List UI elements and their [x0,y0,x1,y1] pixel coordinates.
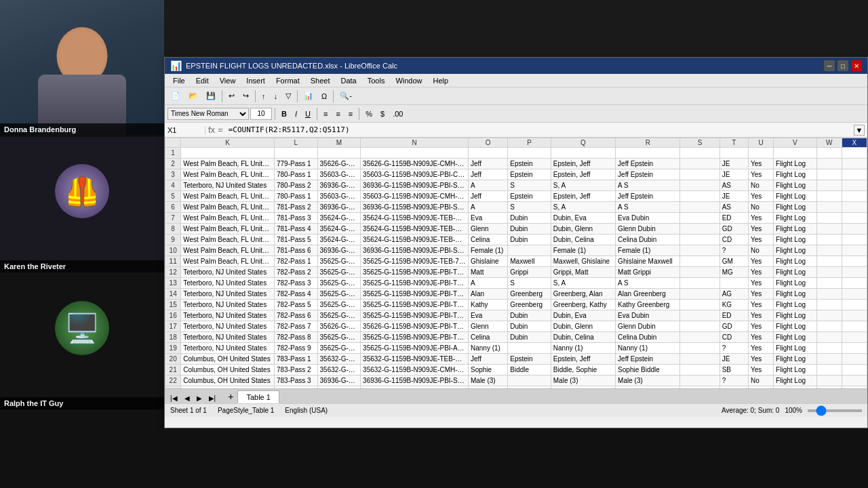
page-style: PageStyle_Table 1 [218,407,274,414]
menu-tools[interactable]: Tools [362,75,391,86]
chart-btn[interactable]: 📊 [300,89,317,103]
table-row: 15 Teterboro, NJ United States 782-Pass … [165,300,867,310]
sep-6 [317,108,317,120]
sort-desc-btn[interactable]: ↓ [271,89,281,103]
spreadsheet-table: K L M N O P Q R S T U V W X [165,138,867,388]
formula-expand-btn[interactable]: ▼ [854,125,865,136]
zoom-slider[interactable] [808,409,862,412]
col-header-L[interactable]: L [275,138,318,148]
menu-view[interactable]: View [214,75,241,86]
h-datasource: Data Source [774,148,817,159]
col-header-P[interactable]: P [508,138,551,148]
underline-btn[interactable]: U [302,107,314,121]
menu-help[interactable]: Help [428,75,454,86]
align-left-btn[interactable]: ≡ [320,107,331,121]
align-center-btn[interactable]: ≡ [332,107,343,121]
align-right-btn[interactable]: ≡ [345,107,356,121]
table-row: 22 Columbus, OH United States 783-Pass 3… [165,375,867,386]
sheet-info: Sheet 1 of 1 [170,407,207,414]
sheet-tab-table1[interactable]: Table 1 [237,390,279,403]
italic-btn[interactable]: I [292,107,300,121]
dec-places-btn[interactable]: .00 [389,107,406,121]
h-x [842,148,867,159]
sheet-tabs-bar: |◀ ◀ ▶ ▶| + Table 1 [165,388,867,403]
close-button[interactable]: ✕ [851,60,862,71]
table-row: 10 West Palm Beach, FL United States 781… [165,245,867,256]
col-header-X[interactable]: X [842,138,867,148]
save-btn[interactable]: 💾 [203,89,219,103]
col-header-V[interactable]: V [774,138,817,148]
h-known: Known [749,148,774,159]
menu-sheet[interactable]: Sheet [305,75,336,86]
video-ralph: 🖥️ Ralph the IT Guy [0,274,164,409]
maximize-button[interactable]: □ [837,60,848,71]
tab-navigation: |◀ ◀ ▶ ▶| [167,393,218,403]
window-controls: ─ □ ✕ [824,60,862,71]
table-row: 20 Columbus, OH United States 783-Pass 1… [165,354,867,365]
menu-edit[interactable]: Edit [191,75,214,86]
add-sheet-btn[interactable]: + [224,390,237,403]
percent-btn[interactable]: % [362,107,376,121]
formula-input[interactable]: =COUNTIF(R2:R5117,Q2:Q5117) [226,125,854,134]
table-row: 23 West Palm Beach, FL United States 784… [165,386,867,389]
window-title: EPSTEIN FLIGHT LOGS UNREDACTED.xlsx - Li… [186,62,824,70]
h-first: First Name [468,148,507,159]
menu-insert[interactable]: Insert [241,75,271,86]
sep-7 [359,108,359,120]
participant-name-karen: Karen the Riveter [0,260,164,272]
avatar-karen: 🦺 [55,164,109,218]
left-video-panel: Donna Brandenburg 🦺 Karen the Riveter 🖥️… [0,0,164,488]
menu-data[interactable]: Data [335,75,361,86]
menu-bar: File Edit View Insert Format Sheet Data … [165,74,867,87]
col-header-N[interactable]: N [361,138,469,148]
sep-4 [333,90,334,102]
sep-5 [275,108,275,120]
menu-window[interactable]: Window [390,75,427,86]
col-header-Q[interactable]: Q [551,138,615,148]
font-size-input[interactable] [250,108,272,120]
currency-btn[interactable]: $ [377,107,388,121]
filter-btn[interactable]: ▽ [282,89,294,103]
app-icon: 📊 [170,60,182,71]
bold-btn[interactable]: B [278,107,290,121]
col-header-M[interactable]: M [317,138,361,148]
undo-btn[interactable]: ↩ [225,89,238,103]
menu-file[interactable]: File [167,75,191,86]
col-header-R[interactable]: R [616,138,680,148]
toolbar-1: 📄 📂 💾 ↩ ↪ ↑ ↓ ▽ 📊 Ω 🔍- [165,87,867,105]
table-row: 13 Teterboro, NJ United States 782-Pass … [165,278,867,289]
scroll-area[interactable]: K L M N O P Q R S T U V W X [165,138,867,388]
font-selector[interactable]: Times New Roman [167,108,249,120]
language-info: English (USA) [285,407,328,414]
table-row: 9 West Palm Beach, FL United States 781-… [165,235,867,245]
col-header-T[interactable]: T [719,138,748,148]
sep-3 [297,90,298,102]
col-header-O[interactable]: O [468,138,507,148]
redo-btn[interactable]: ↪ [239,89,252,103]
new-btn[interactable]: 📄 [167,89,184,103]
sort-asc-btn[interactable]: ↑ [258,89,269,103]
col-header-K[interactable]: K [181,138,275,148]
tab-first-btn[interactable]: |◀ [167,393,180,403]
open-btn[interactable]: 📂 [185,89,201,103]
h-comment: Comment [680,148,719,159]
col-header-S[interactable]: S [680,138,719,148]
tab-last-btn[interactable]: ▶| [206,393,219,403]
zoom-out-btn[interactable]: 🔍- [336,89,355,103]
h-w [816,148,842,159]
col-header-W[interactable]: W [816,138,842,148]
table-row: 17 Teterboro, NJ United States 782-Pass … [165,321,867,332]
formula-bar: X1 fx = =COUNTIF(R2:R5117,Q2:Q5117) ▼ [165,123,867,138]
formula-icons: fx = [205,125,226,135]
function-icon: fx [208,125,215,135]
table-row: 14 Teterboro, NJ United States 782-Pass … [165,289,867,300]
cell-reference[interactable]: X1 [165,126,205,134]
special-char-btn[interactable]: Ω [318,89,330,103]
minimize-button[interactable]: ─ [824,60,835,71]
col-header-U[interactable]: U [749,138,774,148]
tab-next-btn[interactable]: ▶ [194,393,205,403]
avatar-icon-karen: 🦺 [64,175,100,208]
menu-format[interactable]: Format [271,75,305,86]
tab-prev-btn[interactable]: ◀ [182,393,193,403]
table-row: 2 West Palm Beach, FL United States 779-… [165,159,867,169]
